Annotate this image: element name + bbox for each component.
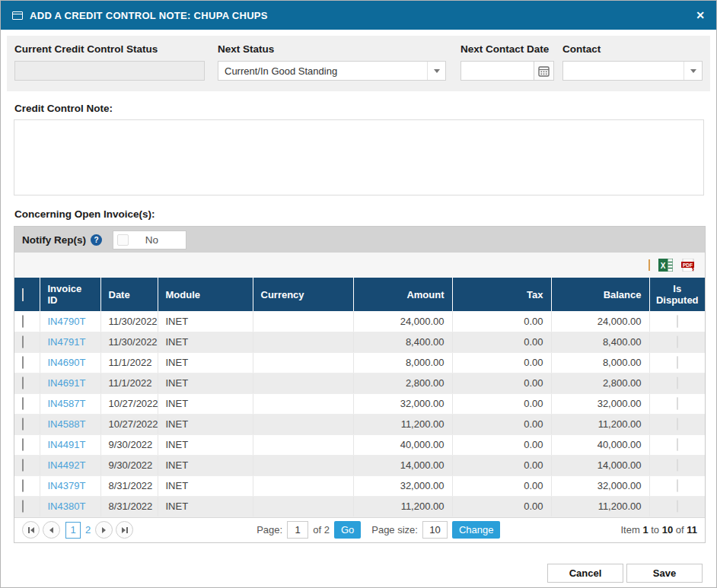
row-select-checkbox[interactable]	[22, 459, 24, 472]
excel-export-icon[interactable]: X	[658, 259, 673, 272]
invoice-row: IN4690T11/1/2022INET8,000.000.008,000.00	[14, 352, 705, 373]
cell-date: 8/31/2022	[100, 496, 158, 516]
cell-date: 9/30/2022	[100, 455, 158, 475]
next-contact-date-input[interactable]	[460, 61, 534, 81]
cell-balance: 32,000.00	[551, 393, 649, 414]
column-header-invoice-id[interactable]: Invoice ID	[40, 278, 100, 311]
invoices-table: Invoice IDDateModuleCurrencyAmountTaxBal…	[14, 278, 705, 517]
cell-amount: 11,200.00	[353, 496, 452, 516]
invoice-link[interactable]: IN4379T	[48, 480, 86, 491]
next-status-select[interactable]: Current/In Good Standing	[218, 61, 446, 81]
next-contact-date-label: Next Contact Date	[460, 43, 555, 55]
cell-module: INET	[158, 414, 253, 434]
cell-tax: 0.00	[452, 475, 551, 496]
next-status-value: Current/In Good Standing	[218, 65, 427, 77]
invoice-row: IN4491T9/30/2022INET40,000.000.0040,000.…	[14, 434, 705, 455]
cell-amount: 8,000.00	[353, 352, 452, 373]
cancel-button[interactable]: Cancel	[547, 564, 623, 583]
credit-control-note-textarea[interactable]	[14, 119, 704, 195]
cell-currency	[253, 434, 353, 455]
calendar-icon[interactable]	[534, 61, 554, 81]
row-select-checkbox[interactable]	[22, 479, 24, 492]
pdf-export-icon[interactable]: PDF	[681, 259, 696, 272]
cell-date: 8/31/2022	[100, 475, 158, 496]
row-select-checkbox[interactable]	[22, 438, 24, 451]
is-disputed-checkbox	[677, 418, 678, 431]
cell-tax: 0.00	[452, 414, 551, 434]
invoice-link[interactable]: IN4491T	[48, 439, 86, 450]
cell-amount: 14,000.00	[353, 455, 452, 475]
cell-module: INET	[158, 393, 253, 414]
row-select-checkbox[interactable]	[22, 356, 24, 369]
prev-page-icon[interactable]	[43, 521, 60, 539]
svg-text:PDF: PDF	[683, 262, 693, 268]
cell-currency	[253, 455, 353, 475]
cell-tax: 0.00	[452, 496, 551, 516]
row-select-checkbox[interactable]	[22, 377, 24, 389]
cell-amount: 40,000.00	[353, 434, 452, 455]
invoice-link[interactable]: IN4690T	[48, 357, 86, 368]
dialog-footer: Cancel Save	[14, 564, 703, 583]
invoice-link[interactable]: IN4691T	[48, 377, 86, 389]
column-header-module[interactable]: Module	[158, 278, 253, 311]
page-number-input[interactable]	[287, 521, 308, 539]
last-page-icon[interactable]	[116, 521, 133, 539]
close-icon[interactable]: ✕	[696, 10, 705, 21]
column-header-balance[interactable]: Balance	[551, 278, 649, 311]
invoice-link[interactable]: IN4380T	[48, 501, 86, 512]
chevron-down-icon[interactable]	[684, 62, 702, 80]
cell-module: INET	[158, 352, 253, 373]
first-page-icon[interactable]	[22, 521, 40, 539]
page-link[interactable]: 2	[85, 524, 91, 536]
column-header-tax[interactable]: Tax	[452, 278, 551, 311]
row-select-checkbox[interactable]	[22, 315, 24, 328]
cell-balance: 11,200.00	[551, 496, 649, 516]
invoice-link[interactable]: IN4791T	[48, 336, 86, 348]
invoice-link[interactable]: IN4588T	[48, 418, 86, 430]
next-page-icon[interactable]	[95, 521, 113, 539]
invoice-row: IN4587T10/27/2022INET32,000.000.0032,000…	[14, 393, 705, 414]
cell-currency	[253, 352, 353, 373]
cell-date: 9/30/2022	[100, 434, 158, 455]
invoice-link[interactable]: IN4587T	[48, 398, 86, 409]
go-button[interactable]: Go	[334, 521, 361, 539]
help-icon[interactable]: ?	[91, 234, 102, 246]
invoice-row: IN4790T11/30/2022INET24,000.000.0024,000…	[14, 311, 705, 332]
current-page-indicator: 1	[65, 522, 81, 539]
select-all-checkbox[interactable]	[22, 288, 24, 301]
cell-balance: 2,800.00	[551, 373, 649, 393]
column-header-date[interactable]: Date	[100, 278, 158, 311]
cell-tax: 0.00	[452, 434, 551, 455]
column-header-currency[interactable]: Currency	[253, 278, 353, 311]
cell-module: INET	[158, 455, 253, 475]
notify-reps-row: Notify Rep(s) ? No	[14, 227, 705, 253]
invoice-table-header: Invoice IDDateModuleCurrencyAmountTaxBal…	[14, 278, 705, 311]
row-select-checkbox[interactable]	[22, 397, 24, 410]
invoice-link[interactable]: IN4492T	[48, 459, 86, 471]
is-disputed-checkbox	[677, 315, 678, 328]
invoice-link[interactable]: IN4790T	[48, 316, 86, 327]
notify-reps-value: No	[129, 234, 186, 246]
contact-select[interactable]	[562, 61, 703, 81]
row-select-checkbox[interactable]	[22, 335, 24, 348]
add-credit-control-note-dialog: ADD A CREDIT CONTROL NOTE: CHUPA CHUPS ✕…	[0, 0, 717, 588]
column-header-amount[interactable]: Amount	[353, 278, 452, 311]
cell-amount: 2,800.00	[353, 373, 452, 393]
page-size-input[interactable]	[422, 521, 448, 539]
is-disputed-checkbox	[677, 397, 678, 410]
status-form: Current Credit Control Status Next Statu…	[7, 36, 710, 91]
column-header-is-disputed[interactable]: Is Disputed	[649, 278, 705, 311]
chevron-down-icon[interactable]	[427, 62, 445, 80]
cell-balance: 8,400.00	[551, 332, 649, 352]
cell-currency	[253, 311, 353, 332]
row-select-checkbox[interactable]	[22, 500, 24, 513]
notify-reps-label: Notify Rep(s)	[22, 234, 86, 246]
cell-currency	[253, 373, 353, 393]
invoice-row: IN4380T8/31/2022INET11,200.000.0011,200.…	[14, 496, 705, 516]
notify-reps-toggle[interactable]: No	[113, 230, 186, 250]
invoice-table-body: IN4790T11/30/2022INET24,000.000.0024,000…	[14, 311, 705, 516]
current-status-label: Current Credit Control Status	[14, 43, 205, 55]
change-button[interactable]: Change	[452, 521, 501, 539]
save-button[interactable]: Save	[626, 564, 703, 583]
row-select-checkbox[interactable]	[22, 418, 24, 431]
